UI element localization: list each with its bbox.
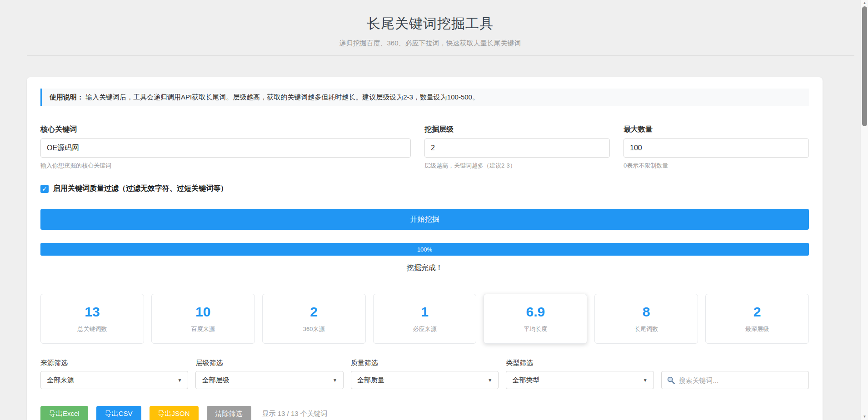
stat-card-bing: 1 必应来源 — [373, 294, 477, 344]
page-title: 长尾关键词挖掘工具 — [0, 15, 860, 33]
source-filter-select[interactable]: 全部来源 ▼ — [40, 371, 188, 389]
stat-label: 百度来源 — [191, 325, 215, 333]
progress-bar: 100% — [40, 243, 809, 256]
result-count-text: 显示 13 / 13 个关键词 — [262, 410, 328, 418]
clear-filters-button[interactable]: 清除筛选 — [207, 406, 251, 420]
level-filter-group: 层级筛选 全部层级 ▼ — [195, 359, 343, 389]
keyword-field-hint: 输入你想挖掘的核心关键词 — [40, 162, 411, 170]
mining-form: 核心关键词 输入你想挖掘的核心关键词 挖掘层级 层级越高，关键词越多（建议2-3… — [40, 125, 809, 170]
usage-instructions: 使用说明：输入关键词后，工具会递归调用API获取长尾词。层级越高，获取的关键词越… — [40, 89, 809, 106]
select-value: 全部质量 — [357, 376, 384, 385]
search-input[interactable] — [679, 376, 803, 384]
keyword-field-group: 核心关键词 输入你想挖掘的核心关键词 — [40, 125, 411, 170]
chevron-down-icon: ▼ — [643, 378, 648, 383]
stats-row: 13 总关键词数 10 百度来源 2 360来源 1 必应来源 6.9 平均长度… — [40, 294, 809, 344]
mining-status-text: 挖掘完成！ — [40, 263, 809, 273]
stat-label: 最深层级 — [745, 325, 769, 333]
stat-value: 2 — [310, 304, 318, 320]
depth-field-label: 挖掘层级 — [424, 125, 610, 134]
stat-card-baidu: 10 百度来源 — [151, 294, 255, 344]
select-value: 全部层级 — [202, 376, 229, 385]
max-count-input[interactable] — [624, 138, 809, 158]
type-filter-group: 类型筛选 全部类型 ▼ — [506, 359, 653, 389]
chevron-down-icon: ▼ — [333, 378, 337, 383]
quality-filter-row: ✓ 启用关键词质量过滤（过滤无效字符、过短关键词等） — [40, 184, 809, 193]
quality-filter-group: 质量筛选 全部质量 ▼ — [351, 359, 499, 389]
select-value: 全部类型 — [512, 376, 539, 385]
type-filter-select[interactable]: 全部类型 ▼ — [506, 371, 653, 389]
quality-filter-select[interactable]: 全部质量 ▼ — [351, 371, 499, 389]
stat-value: 2 — [753, 304, 761, 320]
max-count-field-label: 最大数量 — [624, 125, 809, 134]
progress-percent: 100% — [417, 246, 432, 253]
level-filter-select[interactable]: 全部层级 ▼ — [195, 371, 343, 389]
export-csv-button[interactable]: 导出CSV — [96, 406, 141, 420]
export-excel-button[interactable]: 导出Excel — [40, 406, 88, 420]
filters-row: 来源筛选 全部来源 ▼ 层级筛选 全部层级 ▼ 质量筛选 全部质量 ▼ 类型筛选… — [40, 359, 809, 389]
scroll-down-arrow-icon[interactable]: ▼ — [861, 414, 868, 420]
header-divider — [27, 55, 854, 56]
page-scrollbar[interactable]: ▲ ▼ — [860, 0, 868, 420]
quality-filter-checkbox[interactable]: ✓ — [40, 185, 49, 193]
stat-value: 10 — [195, 304, 210, 320]
stat-card-total: 13 总关键词数 — [40, 294, 144, 344]
scrollbar-thumb[interactable] — [862, 6, 867, 126]
export-json-button[interactable]: 导出JSON — [150, 406, 199, 420]
stat-value: 1 — [421, 304, 429, 320]
quality-filter-select-label: 质量筛选 — [351, 359, 499, 367]
stat-value: 8 — [643, 304, 650, 320]
search-group — [661, 371, 809, 389]
stat-card-360: 2 360来源 — [262, 294, 366, 344]
search-icon — [667, 376, 675, 385]
stat-label: 长尾词数 — [634, 325, 658, 333]
stat-label: 360来源 — [303, 325, 325, 333]
keyword-input[interactable] — [40, 138, 411, 158]
chevron-down-icon: ▼ — [488, 378, 492, 383]
depth-field-hint: 层级越高，关键词越多（建议2-3） — [424, 162, 610, 170]
max-count-field-hint: 0表示不限制数量 — [624, 162, 809, 170]
usage-instructions-label: 使用说明： — [50, 93, 84, 101]
stat-label: 平均长度 — [524, 325, 547, 333]
stat-card-max-depth: 2 最深层级 — [705, 294, 809, 344]
max-count-field-group: 最大数量 0表示不限制数量 — [624, 125, 809, 170]
depth-field-group: 挖掘层级 层级越高，关键词越多（建议2-3） — [424, 125, 610, 170]
progress-bar-fill: 100% — [40, 243, 809, 256]
scroll-up-arrow-icon[interactable]: ▲ — [861, 0, 868, 6]
usage-instructions-text: 输入关键词后，工具会递归调用API获取长尾词。层级越高，获取的关键词越多但耗时越… — [85, 93, 479, 101]
stat-value: 6.9 — [526, 304, 545, 320]
type-filter-label: 类型筛选 — [506, 359, 653, 367]
select-value: 全部来源 — [47, 376, 74, 385]
search-box — [661, 371, 809, 389]
stat-card-longtail: 8 长尾词数 — [594, 294, 698, 344]
chevron-down-icon: ▼ — [177, 378, 182, 383]
source-filter-group: 来源筛选 全部来源 ▼ — [40, 359, 188, 389]
page-subtitle: 递归挖掘百度、360、必应下拉词，快速获取大量长尾关键词 — [0, 39, 860, 48]
keyword-field-label: 核心关键词 — [40, 125, 411, 134]
source-filter-label: 来源筛选 — [40, 359, 188, 367]
checkmark-icon: ✓ — [42, 185, 47, 193]
stat-card-avg-length: 6.9 平均长度 — [484, 294, 587, 344]
start-mining-button[interactable]: 开始挖掘 — [40, 209, 809, 230]
stat-value: 13 — [85, 304, 100, 320]
level-filter-label: 层级筛选 — [195, 359, 343, 367]
depth-input[interactable] — [424, 138, 610, 158]
quality-filter-label: 启用关键词质量过滤（过滤无效字符、过短关键词等） — [53, 184, 228, 193]
stat-label: 总关键词数 — [77, 325, 107, 333]
export-row: 导出Excel 导出CSV 导出JSON 清除筛选 显示 13 / 13 个关键… — [40, 406, 809, 420]
page-header: 长尾关键词挖掘工具 递归挖掘百度、360、必应下拉词，快速获取大量长尾关键词 — [0, 0, 860, 48]
main-card: 使用说明：输入关键词后，工具会递归调用API获取长尾词。层级越高，获取的关键词越… — [27, 77, 823, 420]
stat-label: 必应来源 — [413, 325, 436, 333]
